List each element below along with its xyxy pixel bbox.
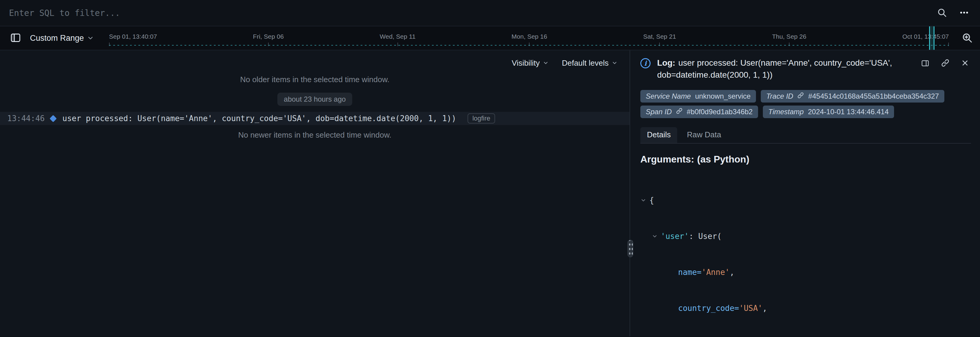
- search-button[interactable]: [935, 6, 949, 21]
- zoom-button[interactable]: [959, 30, 975, 46]
- no-newer-items-text: No newer items in the selected time wind…: [0, 131, 630, 140]
- panel-resize-handle[interactable]: [627, 240, 633, 257]
- timeline-tick: Sat, Sep 21: [643, 33, 676, 40]
- visibility-label: Visibility: [512, 59, 539, 68]
- timeline-selection-band[interactable]: [929, 26, 934, 50]
- arguments-code: { 'user': User( name='Anne', country_cod…: [640, 170, 971, 336]
- log-detail-panel: i Log:user processed: User(name='Anne', …: [630, 50, 980, 336]
- visibility-dropdown[interactable]: Visibility: [512, 57, 549, 69]
- log-list-panel: Visibility Default levels No older items…: [0, 50, 630, 336]
- close-detail-button[interactable]: [959, 57, 971, 70]
- link-icon: [797, 92, 804, 101]
- close-icon: [961, 59, 969, 68]
- log-timestamp: 13:44:46: [7, 114, 45, 123]
- ellipsis-icon: [959, 8, 969, 19]
- time-ago-badge: about 23 hours ago: [277, 93, 353, 106]
- link-icon: [676, 108, 682, 116]
- levels-label: Default levels: [562, 59, 609, 68]
- sidebar-toggle-button[interactable]: [8, 30, 23, 46]
- timestamp-badge: Timestamp 2024-10-01 13:44:46.414: [763, 105, 894, 118]
- detail-tabs: Details Raw Data: [640, 127, 971, 144]
- more-options-button[interactable]: [957, 6, 971, 21]
- log-message: user processed: User(name='Anne', countr…: [62, 114, 456, 123]
- chevron-down-icon: [543, 60, 549, 66]
- arguments-heading: Arguments:(as Python): [640, 154, 971, 165]
- log-row[interactable]: 13:44:46 user processed: User(name='Anne…: [0, 112, 630, 125]
- collapse-caret-icon[interactable]: [640, 197, 649, 203]
- sql-filter-bar: [0, 0, 980, 26]
- no-older-items-text: No older items in the selected time wind…: [0, 75, 630, 84]
- tab-raw-data[interactable]: Raw Data: [680, 127, 727, 143]
- sql-filter-input[interactable]: [9, 8, 935, 18]
- timeline-activity-line: [109, 45, 949, 46]
- collapse-caret-icon[interactable]: [652, 233, 661, 239]
- log-level-diamond-icon: [50, 115, 57, 122]
- timeline-tick: Wed, Sep 11: [380, 33, 415, 40]
- timeline-tick: Mon, Sep 16: [512, 33, 547, 40]
- timeline-track[interactable]: Sep 01, 13:40:07 Fri, Sep 06 Wed, Sep 11…: [101, 26, 955, 50]
- search-icon: [937, 8, 947, 19]
- info-level-icon: i: [640, 58, 651, 69]
- timeline-bar: Custom Range Sep 01, 13:40:07 Fri, Sep 0…: [0, 26, 980, 50]
- side-panel-icon: [921, 59, 930, 69]
- time-range-label: Custom Range: [30, 34, 84, 43]
- detail-title: Log:user processed: User(name='Anne', co…: [657, 57, 912, 81]
- chevron-down-icon: [612, 60, 617, 66]
- chevron-down-icon: [87, 35, 94, 42]
- sidebar-panel-icon: [10, 32, 22, 45]
- service-name-badge: Service Name unknown_service: [640, 90, 756, 102]
- detail-body: Arguments:(as Python) { 'user': User( na…: [640, 144, 971, 336]
- levels-dropdown[interactable]: Default levels: [562, 57, 617, 69]
- timeline-tick: Thu, Sep 26: [772, 33, 806, 40]
- main-content: Visibility Default levels No older items…: [0, 50, 980, 336]
- tab-details[interactable]: Details: [640, 127, 677, 143]
- detail-title-text: user processed: User(name='Anne', countr…: [657, 58, 892, 80]
- link-icon: [941, 59, 950, 68]
- open-side-panel-button[interactable]: [919, 57, 931, 70]
- copy-link-button[interactable]: [939, 57, 951, 70]
- timeline-tick: Fri, Sep 06: [253, 33, 284, 40]
- logfire-tag[interactable]: logfire: [468, 113, 495, 123]
- timeline-tick: Oct 01, 13:45:07: [902, 33, 949, 40]
- time-range-dropdown[interactable]: Custom Range: [30, 34, 94, 43]
- zoom-in-icon: [961, 32, 973, 45]
- timeline-tick: Sep 01, 13:40:07: [109, 33, 157, 40]
- trace-id-badge[interactable]: Trace ID #454514c0168a455a51bb4ceba354c3…: [761, 90, 944, 102]
- span-id-badge[interactable]: Span ID #b0f0d9ed1ab346b2: [640, 105, 758, 118]
- detail-title-prefix: Log:: [657, 58, 675, 67]
